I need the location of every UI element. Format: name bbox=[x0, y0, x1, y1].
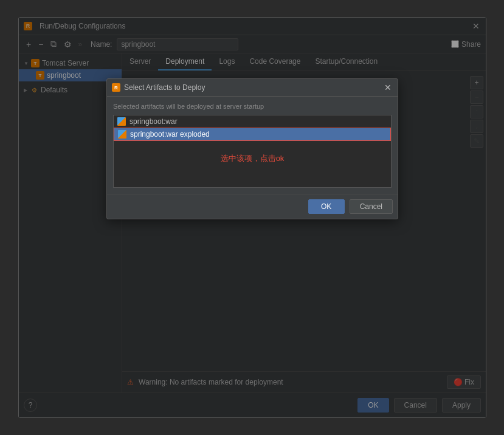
modal-cancel-button[interactable]: Cancel bbox=[350, 199, 393, 214]
artifact-list: springboot:war springboot:war exploded 选… bbox=[113, 115, 392, 188]
modal-body: Selected artifacts will be deployed at s… bbox=[107, 97, 398, 194]
modal-info-text: Selected artifacts will be deployed at s… bbox=[113, 103, 392, 110]
artifact-war-exploded-label: springboot:war exploded bbox=[130, 130, 210, 139]
modal-footer: OK Cancel bbox=[107, 194, 398, 219]
artifact-war-label: springboot:war bbox=[129, 117, 178, 126]
modal-overlay: R Select Artifacts to Deploy ✕ Selected … bbox=[19, 18, 486, 417]
artifact-war-exploded-icon bbox=[118, 130, 126, 139]
modal-title-icon: R bbox=[112, 83, 120, 92]
run-debug-configurations-dialog: R Run/Debug Configurations ✕ + − ⧉ ⚙ » N… bbox=[18, 17, 486, 418]
annotation-text: 选中该项，点击ok bbox=[114, 141, 391, 176]
modal-title-text: Select Artifacts to Deploy bbox=[124, 83, 205, 92]
modal-title-area: R Select Artifacts to Deploy bbox=[112, 83, 205, 92]
select-artifacts-dialog: R Select Artifacts to Deploy ✕ Selected … bbox=[106, 78, 398, 219]
artifact-item-war-exploded[interactable]: springboot:war exploded bbox=[114, 128, 391, 141]
artifact-item-war[interactable]: springboot:war bbox=[114, 115, 391, 128]
modal-titlebar: R Select Artifacts to Deploy ✕ bbox=[107, 79, 398, 97]
artifact-war-icon bbox=[117, 117, 126, 126]
modal-ok-button[interactable]: OK bbox=[308, 199, 345, 214]
modal-close-button[interactable]: ✕ bbox=[383, 83, 393, 92]
